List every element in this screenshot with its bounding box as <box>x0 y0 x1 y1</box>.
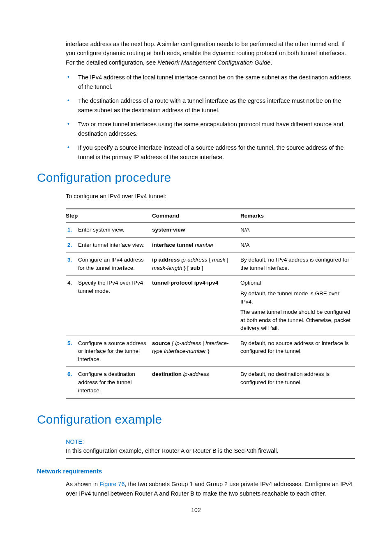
bullet-item: If you specify a source interface instea… <box>66 143 355 162</box>
procedure-table: Step Command Remarks 1.Enter system view… <box>66 209 355 399</box>
table-row: 6.Configure a destination address for th… <box>66 367 355 398</box>
remark-line: By default, no source address or interfa… <box>240 339 351 355</box>
step-command: system-view <box>152 222 240 238</box>
remark-line: By default, the tunnel mode is GRE over … <box>240 290 351 306</box>
col-header-command: Command <box>152 209 240 222</box>
intro-punct: . <box>270 59 272 66</box>
step-remarks: By default, no IPv4 address is configure… <box>240 253 355 276</box>
bullet-text: The IPv4 address of the local tunnel int… <box>78 74 350 90</box>
procedure-lead-text: To configure an IPv4 over IPv4 tunnel: <box>66 193 355 199</box>
intro-italic: Network Management Configuration Guide <box>157 59 270 66</box>
intro-paragraph: interface address as the next hop. A sim… <box>66 39 355 67</box>
heading-configuration-example: Configuration example <box>37 412 355 426</box>
table-row: 3.Configure an IPv4 address for the tunn… <box>66 253 355 276</box>
note-box: NOTE: In this configuration example, eit… <box>66 435 355 459</box>
table-row: 2.Enter tunnel interface view.interface … <box>66 237 355 253</box>
network-req-paragraph: As shown in Figure 76, the two subnets G… <box>66 480 355 498</box>
col-header-remarks: Remarks <box>240 209 355 222</box>
table-row: 4.Specify the IPv4 over IPv4 tunnel mode… <box>66 276 355 336</box>
step-remarks: N/A <box>240 222 355 238</box>
step-description: Configure a source address or interface … <box>78 336 152 367</box>
heading-network-requirements: Network requirements <box>37 468 355 475</box>
remark-line: N/A <box>240 226 351 234</box>
remark-line: Optional <box>240 279 351 287</box>
step-command: ip address ip-address { mask | mask-leng… <box>152 253 240 276</box>
step-description: Enter tunnel interface view. <box>78 237 152 253</box>
step-number[interactable]: 2. <box>66 237 78 253</box>
bullet-item: The destination address of a route with … <box>66 96 355 115</box>
bullet-text: The destination address of a route with … <box>78 97 341 113</box>
table-row: 5.Configure a source address or interfac… <box>66 336 355 367</box>
step-remarks: By default, no destination address is co… <box>240 367 355 398</box>
remark-line: N/A <box>240 241 351 249</box>
step-description: Specify the IPv4 over IPv4 tunnel mode. <box>78 276 152 336</box>
step-command: source { ip-address | interface-type int… <box>152 336 240 367</box>
heading-configuration-procedure: Configuration procedure <box>37 171 355 185</box>
intro-bullet-list: The IPv4 address of the local tunnel int… <box>66 73 355 162</box>
page-number: 102 <box>0 507 392 513</box>
table-row: 1.Enter system view.system-viewN/A <box>66 222 355 238</box>
note-label: NOTE: <box>66 438 355 445</box>
note-text: In this configuration example, either Ro… <box>66 447 355 454</box>
step-number: 4. <box>66 276 78 336</box>
step-description: Enter system view. <box>78 222 152 238</box>
step-command: tunnel-protocol ipv4-ipv4 <box>152 276 240 336</box>
step-command: destination ip-address <box>152 367 240 398</box>
bullet-item: The IPv4 address of the local tunnel int… <box>66 73 355 91</box>
remark-line: By default, no IPv4 address is configure… <box>240 256 351 272</box>
step-description: Configure a destination address for the … <box>78 367 152 398</box>
step-number[interactable]: 3. <box>66 253 78 276</box>
col-header-step: Step <box>66 209 152 222</box>
step-number[interactable]: 6. <box>66 367 78 398</box>
bullet-item: Two or more tunnel interfaces using the … <box>66 120 355 138</box>
step-number[interactable]: 5. <box>66 336 78 367</box>
remark-line: The same tunnel mode should be configure… <box>240 308 351 332</box>
nr-pre: As shown in <box>66 481 99 487</box>
bullet-text: If you specify a source interface instea… <box>78 144 344 160</box>
step-command: interface tunnel number <box>152 237 240 253</box>
bullet-text: Two or more tunnel interfaces using the … <box>78 121 343 137</box>
step-remarks: OptionalBy default, the tunnel mode is G… <box>240 276 355 336</box>
step-number[interactable]: 1. <box>66 222 78 238</box>
step-description: Configure an IPv4 address for the tunnel… <box>78 253 152 276</box>
step-remarks: By default, no source address or interfa… <box>240 336 355 367</box>
step-remarks: N/A <box>240 237 355 253</box>
figure-link[interactable]: Figure 76 <box>99 481 125 487</box>
remark-line: By default, no destination address is co… <box>240 370 351 386</box>
